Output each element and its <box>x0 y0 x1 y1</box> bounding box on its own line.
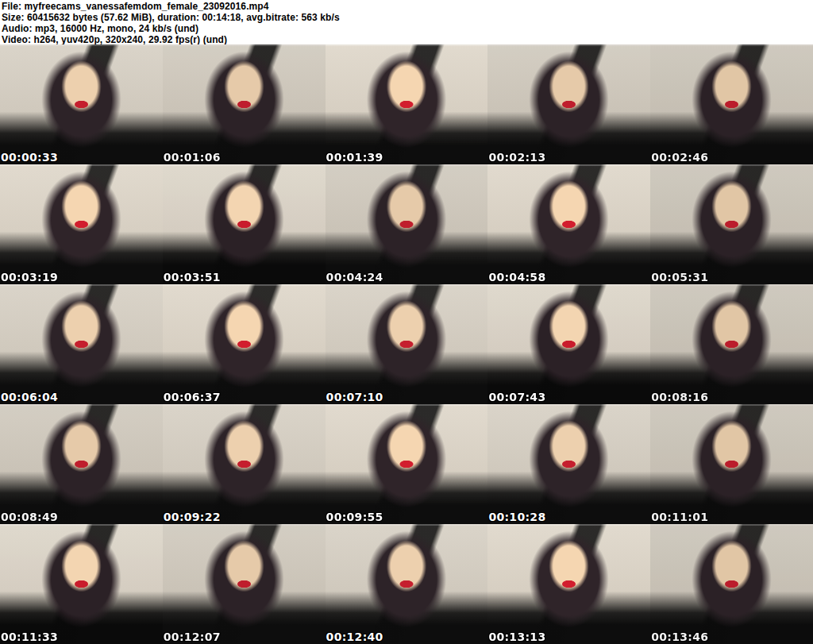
audio-info-line: Audio: mp3, 16000 Hz, mono, 24 kb/s (und… <box>2 23 813 34</box>
contact-sheet: File: myfreecams_vanessafemdom_female_23… <box>0 0 813 644</box>
thumbnail-timestamp: 00:11:33 <box>1 631 58 643</box>
thumbnail-timestamp: 00:03:19 <box>1 271 58 283</box>
thumbnail-timestamp: 00:12:07 <box>164 631 221 643</box>
video-thumbnail: 00:04:58 <box>487 164 650 284</box>
video-thumbnail: 00:06:37 <box>163 284 326 404</box>
thumbnail-timestamp: 00:12:40 <box>326 631 383 643</box>
video-thumbnail: 00:10:28 <box>487 404 650 524</box>
thumbnail-timestamp: 00:09:55 <box>326 511 383 523</box>
video-thumbnail: 00:11:33 <box>0 524 163 644</box>
video-thumbnail: 00:08:16 <box>650 284 813 404</box>
video-info-line: Video: h264, yuv420p, 320x240, 29.92 fps… <box>2 34 813 45</box>
thumbnail-timestamp: 00:01:39 <box>326 151 383 164</box>
thumbnail-grid: 00:00:33 00:01:06 00:01:39 00:02:13 00:0… <box>0 44 813 644</box>
video-thumbnail: 00:01:06 <box>163 44 326 164</box>
video-thumbnail: 00:13:46 <box>650 524 813 644</box>
thumbnail-timestamp: 00:07:43 <box>488 391 545 403</box>
thumbnail-timestamp: 00:07:10 <box>326 391 383 403</box>
video-thumbnail: 00:08:49 <box>0 404 163 524</box>
video-thumbnail: 00:09:22 <box>163 404 326 524</box>
thumbnail-timestamp: 00:00:33 <box>1 151 58 164</box>
thumbnail-timestamp: 00:02:13 <box>488 151 545 164</box>
video-thumbnail: 00:03:51 <box>163 164 326 284</box>
video-thumbnail: 00:02:13 <box>487 44 650 164</box>
file-size-line: Size: 60415632 bytes (57.62 MiB), durati… <box>2 12 813 23</box>
thumbnail-timestamp: 00:06:04 <box>1 391 58 403</box>
thumbnail-timestamp: 00:09:22 <box>164 511 221 523</box>
video-thumbnail: 00:12:07 <box>163 524 326 644</box>
file-info-header: File: myfreecams_vanessafemdom_female_23… <box>0 0 813 44</box>
thumbnail-timestamp: 00:13:46 <box>651 631 708 643</box>
video-thumbnail: 00:11:01 <box>650 404 813 524</box>
file-name-line: File: myfreecams_vanessafemdom_female_23… <box>2 1 813 12</box>
thumbnail-timestamp: 00:08:16 <box>651 391 708 403</box>
thumbnail-timestamp: 00:05:31 <box>651 271 708 283</box>
video-thumbnail: 00:07:43 <box>487 284 650 404</box>
video-thumbnail: 00:13:13 <box>487 524 650 644</box>
video-thumbnail: 00:00:33 <box>0 44 163 164</box>
thumbnail-timestamp: 00:01:06 <box>164 151 221 164</box>
thumbnail-timestamp: 00:13:13 <box>488 631 545 643</box>
video-thumbnail: 00:12:40 <box>326 524 488 644</box>
video-thumbnail: 00:06:04 <box>0 284 163 404</box>
video-thumbnail: 00:01:39 <box>326 44 488 164</box>
video-thumbnail: 00:02:46 <box>650 44 813 164</box>
thumbnail-timestamp: 00:02:46 <box>651 151 708 164</box>
thumbnail-timestamp: 00:03:51 <box>164 271 221 283</box>
thumbnail-timestamp: 00:06:37 <box>164 391 221 403</box>
video-thumbnail: 00:05:31 <box>650 164 813 284</box>
thumbnail-timestamp: 00:11:01 <box>651 511 708 523</box>
video-thumbnail: 00:04:24 <box>326 164 488 284</box>
thumbnail-timestamp: 00:08:49 <box>1 511 58 523</box>
video-thumbnail: 00:03:19 <box>0 164 163 284</box>
thumbnail-timestamp: 00:04:24 <box>326 271 383 283</box>
video-thumbnail: 00:07:10 <box>326 284 488 404</box>
thumbnail-timestamp: 00:04:58 <box>488 271 545 283</box>
video-thumbnail: 00:09:55 <box>326 404 488 524</box>
thumbnail-timestamp: 00:10:28 <box>488 511 545 523</box>
